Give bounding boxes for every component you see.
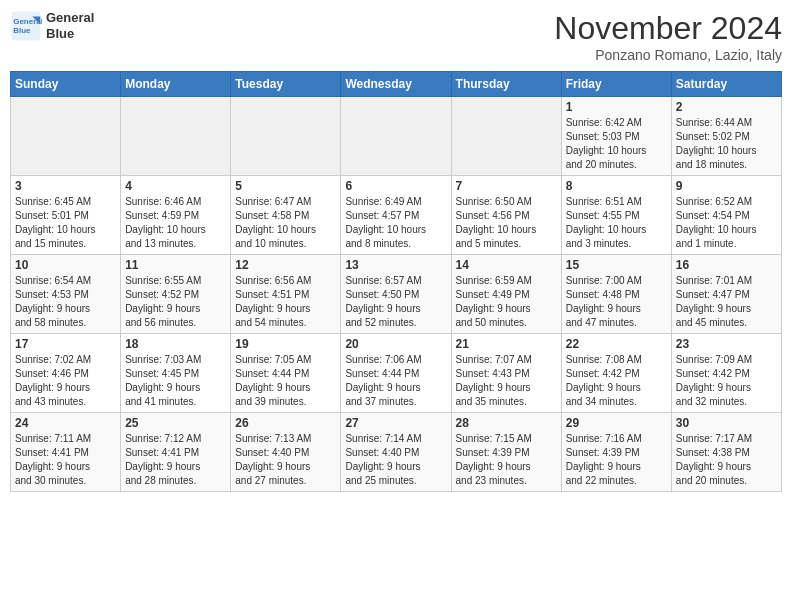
- day-info: Sunrise: 7:05 AMSunset: 4:44 PMDaylight:…: [235, 353, 336, 409]
- weekday-header-sunday: Sunday: [11, 72, 121, 97]
- day-number: 6: [345, 179, 446, 193]
- day-number: 27: [345, 416, 446, 430]
- calendar-cell: 27Sunrise: 7:14 AMSunset: 4:40 PMDayligh…: [341, 413, 451, 492]
- calendar-cell: 28Sunrise: 7:15 AMSunset: 4:39 PMDayligh…: [451, 413, 561, 492]
- calendar-cell: 5Sunrise: 6:47 AMSunset: 4:58 PMDaylight…: [231, 176, 341, 255]
- day-number: 8: [566, 179, 667, 193]
- calendar-cell: 4Sunrise: 6:46 AMSunset: 4:59 PMDaylight…: [121, 176, 231, 255]
- day-info: Sunrise: 6:42 AMSunset: 5:03 PMDaylight:…: [566, 116, 667, 172]
- calendar-cell: 16Sunrise: 7:01 AMSunset: 4:47 PMDayligh…: [671, 255, 781, 334]
- calendar-cell: 7Sunrise: 6:50 AMSunset: 4:56 PMDaylight…: [451, 176, 561, 255]
- day-number: 22: [566, 337, 667, 351]
- weekday-header-tuesday: Tuesday: [231, 72, 341, 97]
- day-number: 30: [676, 416, 777, 430]
- calendar-table: SundayMondayTuesdayWednesdayThursdayFrid…: [10, 71, 782, 492]
- calendar-cell: 2Sunrise: 6:44 AMSunset: 5:02 PMDaylight…: [671, 97, 781, 176]
- day-info: Sunrise: 7:06 AMSunset: 4:44 PMDaylight:…: [345, 353, 446, 409]
- day-info: Sunrise: 7:14 AMSunset: 4:40 PMDaylight:…: [345, 432, 446, 488]
- day-number: 29: [566, 416, 667, 430]
- svg-text:Blue: Blue: [13, 26, 31, 35]
- day-info: Sunrise: 7:01 AMSunset: 4:47 PMDaylight:…: [676, 274, 777, 330]
- calendar-cell: 30Sunrise: 7:17 AMSunset: 4:38 PMDayligh…: [671, 413, 781, 492]
- day-number: 14: [456, 258, 557, 272]
- calendar-cell: 11Sunrise: 6:55 AMSunset: 4:52 PMDayligh…: [121, 255, 231, 334]
- day-number: 17: [15, 337, 116, 351]
- day-number: 26: [235, 416, 336, 430]
- logo-icon: General Blue: [10, 10, 42, 42]
- calendar-cell: 25Sunrise: 7:12 AMSunset: 4:41 PMDayligh…: [121, 413, 231, 492]
- title-block: November 2024 Ponzano Romano, Lazio, Ita…: [554, 10, 782, 63]
- day-info: Sunrise: 6:54 AMSunset: 4:53 PMDaylight:…: [15, 274, 116, 330]
- day-number: 5: [235, 179, 336, 193]
- calendar-week-5: 24Sunrise: 7:11 AMSunset: 4:41 PMDayligh…: [11, 413, 782, 492]
- day-info: Sunrise: 7:08 AMSunset: 4:42 PMDaylight:…: [566, 353, 667, 409]
- day-info: Sunrise: 7:15 AMSunset: 4:39 PMDaylight:…: [456, 432, 557, 488]
- calendar-cell: [451, 97, 561, 176]
- calendar-cell: [231, 97, 341, 176]
- day-number: 18: [125, 337, 226, 351]
- calendar-cell: 12Sunrise: 6:56 AMSunset: 4:51 PMDayligh…: [231, 255, 341, 334]
- calendar-cell: [11, 97, 121, 176]
- calendar-cell: 20Sunrise: 7:06 AMSunset: 4:44 PMDayligh…: [341, 334, 451, 413]
- day-number: 3: [15, 179, 116, 193]
- day-number: 1: [566, 100, 667, 114]
- day-info: Sunrise: 7:11 AMSunset: 4:41 PMDaylight:…: [15, 432, 116, 488]
- month-title: November 2024: [554, 10, 782, 47]
- logo-text: General Blue: [46, 10, 94, 41]
- calendar-cell: 15Sunrise: 7:00 AMSunset: 4:48 PMDayligh…: [561, 255, 671, 334]
- day-number: 12: [235, 258, 336, 272]
- day-number: 13: [345, 258, 446, 272]
- day-info: Sunrise: 6:50 AMSunset: 4:56 PMDaylight:…: [456, 195, 557, 251]
- day-number: 11: [125, 258, 226, 272]
- calendar-cell: 14Sunrise: 6:59 AMSunset: 4:49 PMDayligh…: [451, 255, 561, 334]
- calendar-week-4: 17Sunrise: 7:02 AMSunset: 4:46 PMDayligh…: [11, 334, 782, 413]
- calendar-cell: [341, 97, 451, 176]
- calendar-cell: 19Sunrise: 7:05 AMSunset: 4:44 PMDayligh…: [231, 334, 341, 413]
- calendar-header: SundayMondayTuesdayWednesdayThursdayFrid…: [11, 72, 782, 97]
- calendar-cell: 17Sunrise: 7:02 AMSunset: 4:46 PMDayligh…: [11, 334, 121, 413]
- day-number: 15: [566, 258, 667, 272]
- day-info: Sunrise: 7:13 AMSunset: 4:40 PMDaylight:…: [235, 432, 336, 488]
- day-number: 23: [676, 337, 777, 351]
- day-number: 28: [456, 416, 557, 430]
- day-number: 20: [345, 337, 446, 351]
- calendar-cell: 29Sunrise: 7:16 AMSunset: 4:39 PMDayligh…: [561, 413, 671, 492]
- day-info: Sunrise: 7:07 AMSunset: 4:43 PMDaylight:…: [456, 353, 557, 409]
- day-info: Sunrise: 6:57 AMSunset: 4:50 PMDaylight:…: [345, 274, 446, 330]
- calendar-cell: 1Sunrise: 6:42 AMSunset: 5:03 PMDaylight…: [561, 97, 671, 176]
- calendar-cell: 26Sunrise: 7:13 AMSunset: 4:40 PMDayligh…: [231, 413, 341, 492]
- calendar-cell: 22Sunrise: 7:08 AMSunset: 4:42 PMDayligh…: [561, 334, 671, 413]
- day-number: 2: [676, 100, 777, 114]
- calendar-body: 1Sunrise: 6:42 AMSunset: 5:03 PMDaylight…: [11, 97, 782, 492]
- day-info: Sunrise: 6:45 AMSunset: 5:01 PMDaylight:…: [15, 195, 116, 251]
- day-number: 10: [15, 258, 116, 272]
- day-info: Sunrise: 6:55 AMSunset: 4:52 PMDaylight:…: [125, 274, 226, 330]
- day-number: 16: [676, 258, 777, 272]
- weekday-header-friday: Friday: [561, 72, 671, 97]
- weekday-header-monday: Monday: [121, 72, 231, 97]
- logo: General Blue General Blue: [10, 10, 94, 42]
- weekday-header-saturday: Saturday: [671, 72, 781, 97]
- calendar-cell: 9Sunrise: 6:52 AMSunset: 4:54 PMDaylight…: [671, 176, 781, 255]
- calendar-week-3: 10Sunrise: 6:54 AMSunset: 4:53 PMDayligh…: [11, 255, 782, 334]
- day-info: Sunrise: 6:47 AMSunset: 4:58 PMDaylight:…: [235, 195, 336, 251]
- calendar-cell: 13Sunrise: 6:57 AMSunset: 4:50 PMDayligh…: [341, 255, 451, 334]
- day-number: 7: [456, 179, 557, 193]
- day-info: Sunrise: 7:09 AMSunset: 4:42 PMDaylight:…: [676, 353, 777, 409]
- calendar-cell: 23Sunrise: 7:09 AMSunset: 4:42 PMDayligh…: [671, 334, 781, 413]
- calendar-cell: 21Sunrise: 7:07 AMSunset: 4:43 PMDayligh…: [451, 334, 561, 413]
- calendar-cell: 18Sunrise: 7:03 AMSunset: 4:45 PMDayligh…: [121, 334, 231, 413]
- day-number: 4: [125, 179, 226, 193]
- weekday-header-wednesday: Wednesday: [341, 72, 451, 97]
- calendar-cell: 24Sunrise: 7:11 AMSunset: 4:41 PMDayligh…: [11, 413, 121, 492]
- day-info: Sunrise: 7:12 AMSunset: 4:41 PMDaylight:…: [125, 432, 226, 488]
- day-number: 25: [125, 416, 226, 430]
- day-number: 19: [235, 337, 336, 351]
- calendar-week-1: 1Sunrise: 6:42 AMSunset: 5:03 PMDaylight…: [11, 97, 782, 176]
- calendar-cell: [121, 97, 231, 176]
- location: Ponzano Romano, Lazio, Italy: [554, 47, 782, 63]
- weekday-header-thursday: Thursday: [451, 72, 561, 97]
- day-info: Sunrise: 6:56 AMSunset: 4:51 PMDaylight:…: [235, 274, 336, 330]
- day-info: Sunrise: 7:00 AMSunset: 4:48 PMDaylight:…: [566, 274, 667, 330]
- calendar-cell: 10Sunrise: 6:54 AMSunset: 4:53 PMDayligh…: [11, 255, 121, 334]
